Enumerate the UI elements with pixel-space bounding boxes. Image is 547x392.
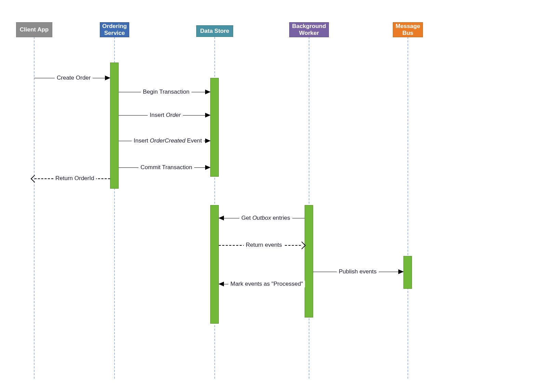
msg-insert-event-label: Insert OrderCreated Event <box>132 137 204 144</box>
participant-label: Background Worker <box>292 23 326 36</box>
lifeline-bus <box>408 37 408 379</box>
sequence-diagram: Client App Ordering Service Data Store B… <box>0 0 547 392</box>
msg-insert-order-label: Insert Order <box>148 112 183 119</box>
activation-datastore-1 <box>210 78 219 177</box>
arrowhead-icon <box>398 269 404 274</box>
msg-mark-label: Mark events as "Processed" <box>228 281 305 287</box>
arrowhead-icon <box>105 76 110 80</box>
arrowhead-icon <box>205 113 211 118</box>
participant-bus: Message Bus <box>393 22 423 37</box>
activation-bus <box>403 256 412 289</box>
participant-datastore: Data Store <box>196 25 233 37</box>
participant-label: Ordering Service <box>102 23 127 36</box>
participant-ordering: Ordering Service <box>100 22 129 37</box>
arrowhead-icon <box>205 138 211 143</box>
msg-begin-tx-label: Begin Transaction <box>141 89 191 95</box>
activation-worker <box>305 205 313 317</box>
activation-datastore-2 <box>210 205 219 324</box>
participant-label: Client App <box>20 26 49 33</box>
msg-return-events-label: Return events <box>244 242 284 248</box>
participant-client: Client App <box>16 22 52 37</box>
arrowhead-icon <box>218 216 224 220</box>
msg-create-order-label: Create Order <box>55 75 93 81</box>
msg-commit-tx-label: Commit Transaction <box>138 164 194 171</box>
participant-label: Message Bus <box>395 23 421 36</box>
arrowhead-icon <box>205 165 211 170</box>
participant-label: Data Store <box>200 28 229 35</box>
msg-publish-label: Publish events <box>337 268 379 275</box>
activation-ordering <box>110 63 119 189</box>
msg-get-outbox-label: Get Outbox entries <box>239 215 292 221</box>
open-arrowhead-icon <box>31 175 39 183</box>
arrowhead-icon <box>205 90 211 94</box>
msg-return-id-label: Return OrderId <box>53 175 96 182</box>
participant-worker: Background Worker <box>289 22 329 37</box>
arrowhead-icon <box>218 282 224 286</box>
lifeline-client <box>34 37 35 379</box>
